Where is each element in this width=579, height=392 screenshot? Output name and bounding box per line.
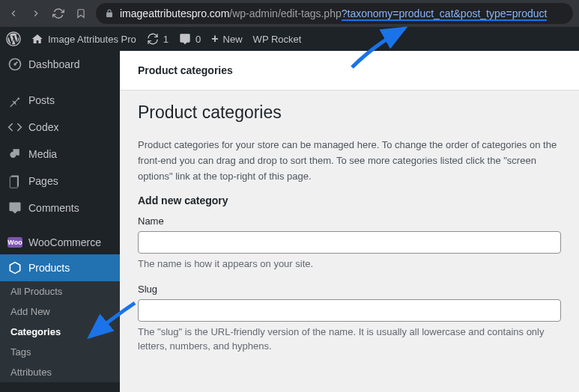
sidebar-item-woocommerce[interactable]: Woo WooCommerce <box>0 230 120 254</box>
slug-label: Slug <box>138 284 561 295</box>
reload-button[interactable] <box>51 6 66 21</box>
sidebar-label: Pages <box>28 175 58 187</box>
comment-icon <box>179 33 191 45</box>
site-home[interactable]: Image Attributes Pro <box>31 33 136 45</box>
intro-text: Product categories for your store can be… <box>138 138 561 184</box>
content-area: Product categories Product categories Pr… <box>120 51 579 392</box>
admin-sidebar: Dashboard Posts Codex Media Pages Commen… <box>0 51 120 392</box>
sidebar-label: WooCommerce <box>28 236 101 248</box>
name-help: The name is how it appears on your site. <box>138 257 561 272</box>
wprocket[interactable]: WP Rocket <box>253 34 302 45</box>
submenu-add-new[interactable]: Add New <box>0 301 120 322</box>
content-header: Product categories <box>120 51 579 91</box>
submenu-label: All Products <box>10 286 62 297</box>
url-text: imageattributespro.com/wp-admin/edit-tag… <box>120 7 547 19</box>
sidebar-item-posts[interactable]: Posts <box>0 87 120 114</box>
svg-rect-5 <box>10 177 17 188</box>
browser-toolbar: imageattributespro.com/wp-admin/edit-tag… <box>0 0 579 27</box>
sidebar-item-pages[interactable]: Pages <box>0 168 120 195</box>
new-label: New <box>223 34 243 45</box>
reload-icon <box>52 7 64 19</box>
new-content[interactable]: + New <box>211 32 242 46</box>
code-icon <box>7 120 22 135</box>
page-icon <box>7 174 22 189</box>
lock-icon <box>105 9 114 18</box>
submenu-all-products[interactable]: All Products <box>0 281 120 301</box>
submenu-label: Categories <box>10 326 61 337</box>
submenu-label: Tags <box>10 346 31 358</box>
wp-logo[interactable] <box>6 31 21 46</box>
page-title: Product categories <box>138 102 561 123</box>
wp-admin-bar: Image Attributes Pro 1 0 + New WP Rocket <box>0 27 579 51</box>
submenu-label: Attributes <box>10 367 52 378</box>
sidebar-item-media[interactable]: Media <box>0 141 120 168</box>
name-label: Name <box>138 215 561 227</box>
comments[interactable]: 0 <box>179 33 201 45</box>
forward-button[interactable] <box>28 6 43 21</box>
back-icon <box>8 8 19 19</box>
submenu-label: Add New <box>10 306 50 317</box>
sidebar-label: Products <box>28 262 70 274</box>
submenu-attributes[interactable]: Attributes <box>0 362 120 382</box>
slug-help: The "slug" is the URL-friendly version o… <box>138 325 561 354</box>
sidebar-label: Posts <box>28 94 55 106</box>
updates-count: 1 <box>163 34 169 45</box>
slug-input[interactable] <box>138 299 561 322</box>
update-icon <box>147 33 159 45</box>
header-title: Product categories <box>138 64 561 76</box>
dashboard-icon <box>7 57 22 72</box>
submenu-tags[interactable]: Tags <box>0 342 120 362</box>
back-button[interactable] <box>6 6 21 21</box>
sidebar-label: Dashboard <box>28 58 80 70</box>
sidebar-label: Codex <box>28 121 58 133</box>
sidebar-label: Comments <box>28 202 79 214</box>
sidebar-item-dashboard[interactable]: Dashboard <box>0 51 120 78</box>
comments-count: 0 <box>195 34 201 45</box>
sidebar-item-codex[interactable]: Codex <box>0 114 120 141</box>
sidebar-label: Media <box>28 148 57 160</box>
wordpress-icon <box>6 31 21 46</box>
sidebar-item-comments[interactable]: Comments <box>0 195 120 221</box>
media-icon <box>7 147 22 162</box>
bookmark-button[interactable] <box>73 6 88 21</box>
submenu-categories[interactable]: Categories <box>0 322 120 342</box>
updates[interactable]: 1 <box>147 33 169 45</box>
products-submenu: All Products Add New Categories Tags Att… <box>0 281 120 382</box>
url-bar[interactable]: imageattributespro.com/wp-admin/edit-tag… <box>96 3 573 24</box>
site-title: Image Attributes Pro <box>48 34 136 45</box>
pin-icon <box>7 93 22 108</box>
wprocket-label: WP Rocket <box>253 34 302 45</box>
plus-icon: + <box>211 32 218 46</box>
bookmark-icon <box>76 8 86 19</box>
sidebar-item-products[interactable]: Products <box>0 254 120 281</box>
add-category-heading: Add new category <box>138 195 561 206</box>
products-icon <box>7 260 22 275</box>
comment-icon <box>7 200 22 215</box>
home-icon <box>31 33 43 45</box>
woo-icon: Woo <box>7 237 22 248</box>
forward-icon <box>31 8 41 19</box>
svg-point-2 <box>13 63 16 65</box>
name-input[interactable] <box>138 231 561 254</box>
